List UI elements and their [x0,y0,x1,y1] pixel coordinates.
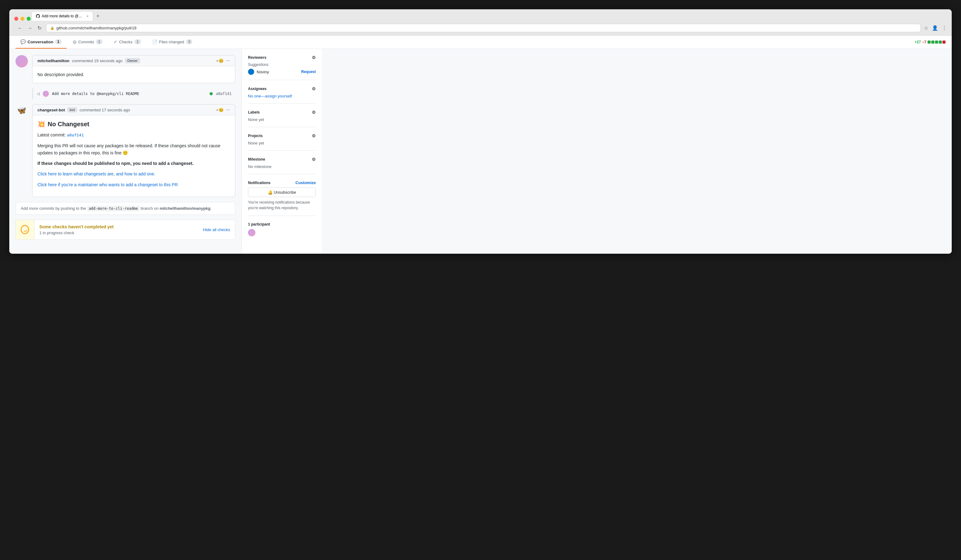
latest-commit-sha-link[interactable]: a0af141 [67,133,84,137]
notifications-description: You're receiving notifications because y… [248,199,316,211]
commit-reference: ◁ Add more details to @manypkg/cli READM… [32,88,235,99]
assign-yourself-link[interactable]: No one—assign yourself [248,94,292,98]
reviewers-title: Reviewers ⚙ [248,55,316,60]
commit-author-avatar [43,91,49,97]
conversation-icon: 💬 [21,39,26,44]
page-content: 💬 Conversation 1 ◎ Commits 1 ✓ Checks 1 … [9,35,952,254]
explosion-emoji: 💥 [37,120,45,128]
github-icon [36,14,40,19]
assignees-gear-icon[interactable]: ⚙ [312,86,316,91]
new-tab-button[interactable]: + [94,12,102,21]
labels-gear-icon[interactable]: ⚙ [312,110,316,115]
commits-icon: ◎ [73,39,77,44]
lock-icon: 🔒 [50,26,55,30]
additions-count: +27 [914,40,921,44]
assignees-section: Assignees ⚙ No one—assign yourself [248,86,316,104]
commit-ref-icon: ◁ [37,91,40,96]
tab-bar: Add more details to @manypk… × + [9,9,952,21]
customize-notifications-link[interactable]: Customize [296,180,316,185]
tab-commits[interactable]: ◎ Commits 1 [68,35,108,48]
diff-stats: +27 −7 [914,40,945,44]
forward-button[interactable]: → [26,24,34,32]
no-changeset-heading: 💥 No Changeset [37,120,230,128]
checks-card: Some checks haven't completed yet 1 in p… [16,220,235,240]
participants-title: 1 participant [248,222,316,226]
commit-message: Add more details to @manypkg/cli README [52,91,207,96]
comment-card-1: mitchellhamilton commented 19 seconds ag… [32,55,235,83]
participants-section: 1 participant [248,222,316,241]
labels-title: Labels ⚙ [248,110,316,115]
more-options-button-1[interactable]: ··· [226,58,230,63]
maintainer-changeset-link[interactable]: Click here if you're a maintainer who wa… [37,182,178,187]
files-icon: 📄 [152,39,157,44]
notifications-title: Notifications Customize [248,180,316,185]
reviewers-section: Reviewers ⚙ Suggestions Noviny Request [248,55,316,80]
close-traffic-light[interactable] [14,17,18,21]
tab-checks[interactable]: ✓ Checks 1 [109,35,146,48]
comment-body-1: No description provided. [32,66,235,83]
maintainer-changeset-link-para: Click here if you're a maintainer who wa… [37,181,230,188]
author-avatar [16,55,28,67]
push-banner: Add more commits by pushing to the add-m… [16,202,235,215]
fullscreen-traffic-light[interactable] [27,17,31,21]
checks-action-area: Hide all checks [198,220,235,239]
comment-body-2: 💥 No Changeset Latest commit: a0af141 Me… [32,116,235,197]
tab-files-label: Files changed [159,40,184,44]
reviewers-gear-icon[interactable]: ⚙ [312,55,316,60]
push-middle: branch on [141,206,159,211]
pr-tab-bar: 💬 Conversation 1 ◎ Commits 1 ✓ Checks 1 … [9,35,952,49]
conversation-count: 1 [55,39,62,44]
branch-name: add-more-to-cli-readme [87,206,140,211]
active-tab[interactable]: Add more details to @manypk… × [31,11,93,21]
diff-bar-segment-3 [935,40,938,43]
repo-name: mitchellhamilton/manypkg [160,206,211,211]
checks-progress-icon [23,228,27,232]
checks-icon-col [16,220,34,239]
back-button[interactable]: ← [16,24,24,32]
more-options-button-2[interactable]: ··· [226,107,230,112]
comment-card-2: changeset-bot bot commented 17 seconds a… [32,104,235,197]
tab-conversation[interactable]: 💬 Conversation 1 [16,35,67,48]
commit-status-dot [210,92,213,95]
milestone-section: Milestone ⚙ No milestone [248,157,316,174]
address-bar[interactable]: 🔒 github.com/mitchellhamilton/manypkg/pu… [46,24,921,32]
tab-title: Add more details to @manypk… [42,14,85,18]
menu-icon[interactable]: ⋮ [942,25,947,31]
milestone-gear-icon[interactable]: ⚙ [312,157,316,162]
tab-checks-label: Checks [119,40,132,44]
push-prefix: Add more commits by pushing to the [21,206,86,211]
projects-gear-icon[interactable]: ⚙ [312,133,316,138]
request-reviewer-button[interactable]: Request [301,70,316,74]
bookmark-icon[interactable]: ☆ [924,25,928,31]
tab-files-changed[interactable]: 📄 Files changed 3 [147,35,198,48]
profile-icon[interactable]: 👤 [932,25,938,31]
projects-value: None yet [248,141,316,145]
add-emoji-button-1[interactable]: +😊 [216,58,223,63]
milestone-value: No milestone [248,164,316,169]
projects-title: Projects ⚙ [248,133,316,138]
reviewer-item: Noviny Request [248,69,316,75]
unsubscribe-button[interactable]: 🔔 Unsubscribe [248,188,316,197]
participant-avatar-1 [248,229,256,236]
comment-actions-2: +😊 ··· [216,107,230,112]
checks-count: 1 [134,39,141,44]
svg-point-0 [23,228,27,231]
conversation-area: mitchellhamilton commented 19 seconds ag… [9,49,241,254]
push-suffix: . [211,206,212,211]
minimize-traffic-light[interactable] [21,17,24,21]
labels-value: None yet [248,117,316,122]
checks-subtitle: 1 in progress check [39,231,193,235]
add-emoji-button-2[interactable]: +😊 [216,108,223,112]
merging-pr-text: Merging this PR will not cause any packa… [37,142,230,156]
hide-all-checks-button[interactable]: Hide all checks [203,228,230,232]
tab-commits-label: Commits [78,40,94,44]
url-text: github.com/mitchellhamilton/manypkg/pull… [56,26,137,30]
learn-changesets-link[interactable]: Click here to learn what changesets are,… [37,172,156,177]
reload-button[interactable]: ↻ [36,24,43,32]
files-count: 3 [186,39,193,44]
deletions-count: −7 [922,40,926,44]
tab-close-button[interactable]: × [87,14,88,18]
owner-badge: Owner [125,58,140,63]
milestone-title: Milestone ⚙ [248,157,316,162]
main-content: mitchellhamilton commented 19 seconds ag… [9,49,952,254]
